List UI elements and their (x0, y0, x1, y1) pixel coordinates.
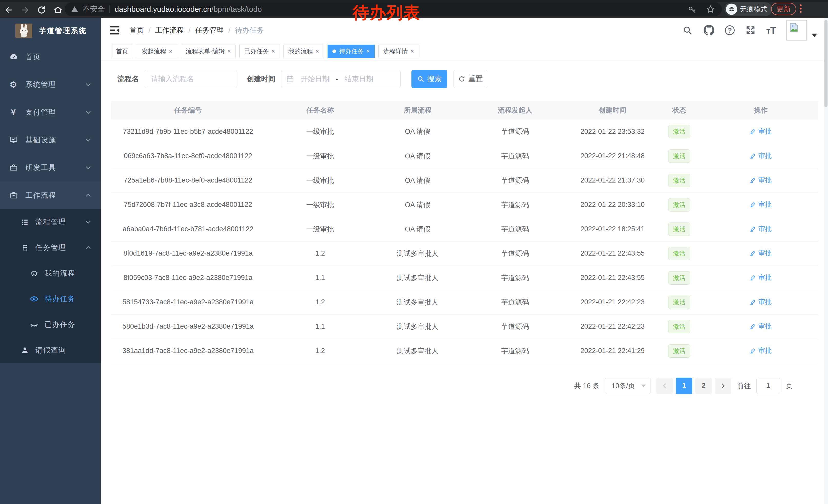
status-badge: 激活 (668, 295, 690, 309)
briefcase-icon (8, 191, 19, 200)
avatar[interactable] (786, 20, 807, 41)
approve-label: 审批 (758, 151, 772, 160)
col-status: 状态 (655, 101, 704, 120)
app-logo-row[interactable]: 芋道管理系统 (0, 18, 101, 43)
sidebar-item-label: 首页 (26, 52, 41, 62)
tag-process-form-edit[interactable]: 流程表单-编辑× (181, 45, 236, 58)
user-menu[interactable] (786, 20, 817, 41)
incognito-badge: 无痕模式 (724, 2, 772, 16)
approve-link[interactable]: 审批 (750, 297, 772, 306)
url-text[interactable]: dashboard.yudao.iocoder.cn/bpm/task/todo (115, 5, 262, 13)
table-row: 580e1b3d-7ac8-11ec-a9e2-a2380e71991a 1.1… (111, 314, 818, 339)
incognito-label: 无痕模式 (740, 5, 768, 14)
cell-starter: 芋道源码 (460, 290, 570, 314)
cell-starter: 芋道源码 (460, 241, 570, 266)
sidebar-item-done-task[interactable]: 已办任务 (0, 312, 101, 337)
screen: 不安全 dashboard.yudao.iocoder.cn/bpm/task/… (0, 0, 828, 504)
breadcrumb-home[interactable]: 首页 (129, 26, 144, 35)
edit-icon (750, 347, 756, 354)
date-range-picker[interactable]: - (281, 70, 401, 88)
back-icon[interactable] (4, 5, 14, 15)
start-date-input[interactable] (296, 75, 334, 83)
next-page-button[interactable] (715, 378, 731, 394)
approve-link[interactable]: 审批 (750, 273, 772, 282)
end-date-input[interactable] (340, 75, 378, 83)
tag-label: 首页 (116, 47, 128, 55)
cell-process: OA 请假 (375, 217, 460, 241)
status-badge: 激活 (668, 198, 690, 212)
github-icon[interactable] (703, 25, 715, 36)
close-icon[interactable]: × (227, 48, 231, 55)
close-icon[interactable]: × (169, 48, 172, 55)
approve-link[interactable]: 审批 (750, 224, 772, 233)
cell-create-time: 2022-01-21 22:42:23 (570, 290, 655, 314)
browser-update-button[interactable]: 更新 (771, 3, 796, 15)
forward-icon[interactable] (20, 5, 30, 15)
top-navbar: 首页 / 工作流程 / 任务管理 / 待办任务 ? (101, 18, 828, 43)
approve-link[interactable]: 审批 (750, 200, 772, 209)
sidebar-collapse-icon[interactable] (109, 25, 120, 35)
breadcrumb-task-mgmt[interactable]: 任务管理 (195, 26, 224, 35)
app-logo-rabbit (15, 24, 32, 38)
scrollbar[interactable] (824, 18, 828, 504)
page-button-2[interactable]: 2 (695, 378, 712, 394)
approve-link[interactable]: 审批 (750, 346, 772, 355)
tag-todo-task[interactable]: 待办任务× (328, 45, 375, 58)
password-key-icon[interactable] (687, 4, 698, 15)
search-button[interactable]: 搜索 (411, 70, 447, 88)
cell-task-name: 一级审批 (265, 120, 375, 144)
tag-my-process[interactable]: 我的流程× (283, 45, 324, 58)
approve-link[interactable]: 审批 (750, 249, 772, 258)
cell-task-name: 1.2 (265, 290, 375, 314)
security-indicator[interactable]: 不安全 (71, 4, 105, 14)
font-size-icon[interactable]: TT (767, 25, 776, 36)
help-icon[interactable]: ? (725, 26, 735, 35)
sidebar-item-system[interactable]: ⚙ 系统管理 (0, 71, 101, 98)
page-button-1[interactable]: 1 (676, 378, 692, 394)
tag-done-task[interactable]: 已办任务× (239, 45, 280, 58)
sidebar-item-process-management[interactable]: 流程管理 (0, 209, 101, 235)
sidebar-item-dev-tools[interactable]: 研发工具 (0, 154, 101, 182)
sidebar-item-task-management[interactable]: 任务管理 (0, 235, 101, 261)
bookmark-star-icon[interactable] (705, 4, 716, 15)
prev-page-button[interactable] (656, 378, 673, 394)
reset-button[interactable]: 重置 (454, 70, 487, 88)
cell-task-name: 一级审批 (265, 192, 375, 217)
page-size-select[interactable]: 10条/页 (605, 378, 651, 394)
task-table: 任务编号 任务名称 所属流程 流程发起人 创建时间 状态 操作 73211d9d… (111, 101, 818, 363)
browser-menu-icon[interactable] (800, 4, 802, 13)
search-icon[interactable] (682, 25, 693, 36)
close-icon[interactable]: × (272, 48, 275, 55)
approve-link[interactable]: 审批 (750, 176, 772, 185)
process-name-input[interactable] (145, 70, 237, 88)
tree-icon (20, 243, 30, 252)
close-icon[interactable]: × (410, 48, 414, 55)
breadcrumb-workflow[interactable]: 工作流程 (155, 26, 184, 35)
goto-page-input[interactable] (756, 378, 780, 394)
approve-link[interactable]: 审批 (750, 322, 772, 331)
close-icon[interactable]: × (366, 48, 370, 55)
sidebar-item-my-process[interactable]: 我的流程 (0, 261, 101, 286)
tag-home[interactable]: 首页 (111, 45, 133, 58)
home-icon[interactable] (53, 5, 63, 15)
table-header-row: 任务编号 任务名称 所属流程 流程发起人 创建时间 状态 操作 (111, 101, 818, 120)
monitor-icon (8, 136, 19, 144)
fullscreen-icon[interactable] (745, 25, 756, 36)
sidebar-item-workflow[interactable]: 工作流程 (0, 182, 101, 209)
url-path: /bpm/task/todo (211, 5, 262, 13)
tag-process-detail[interactable]: 流程详情× (378, 45, 419, 58)
approve-link[interactable]: 审批 (750, 127, 772, 136)
edit-icon (750, 299, 756, 305)
reload-icon[interactable] (36, 5, 47, 15)
sidebar-item-todo-task[interactable]: 待办任务 (0, 286, 101, 312)
sidebar-item-home[interactable]: 首页 (0, 43, 101, 71)
tag-start-process[interactable]: 发起流程× (137, 45, 177, 58)
close-icon[interactable]: × (316, 48, 319, 55)
sidebar-item-payment[interactable]: ¥ 支付管理 (0, 98, 101, 126)
approve-link[interactable]: 审批 (750, 151, 772, 160)
status-badge: 激活 (668, 149, 690, 163)
sidebar-item-infrastructure[interactable]: 基础设施 (0, 126, 101, 154)
sidebar-item-label: 基础设施 (26, 135, 56, 145)
sidebar-item-leave-query[interactable]: 请假查询 (0, 337, 101, 363)
scrollbar-thumb[interactable] (824, 20, 827, 107)
